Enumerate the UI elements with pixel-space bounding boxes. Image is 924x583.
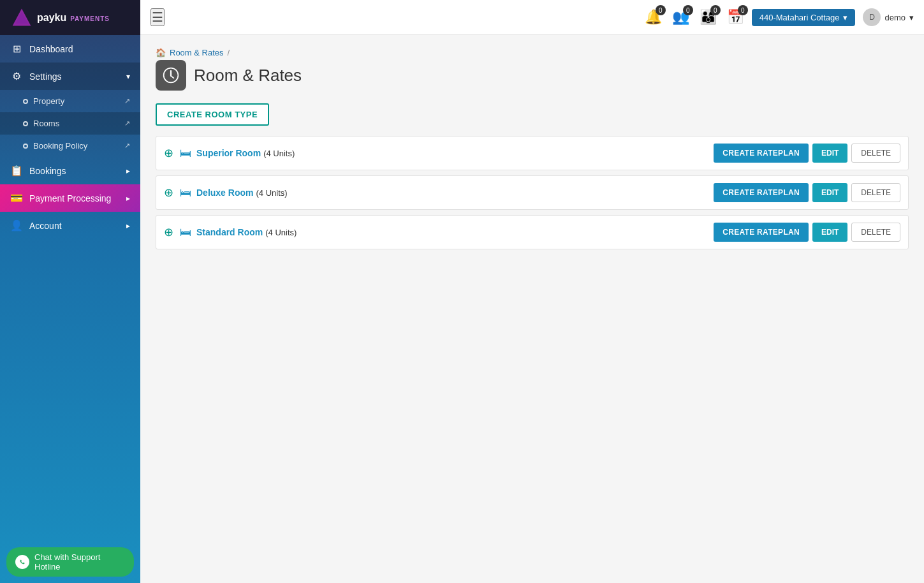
sidebar-item-payment-processing[interactable]: 💳 Payment Processing ▸ [0,184,140,212]
logo-text: payku [37,12,66,23]
sidebar-item-label: Booking Policy [33,141,87,151]
room-units: (4 Units) [263,149,295,158]
edit-button[interactable]: EDIT [812,223,847,242]
user-name: demo [884,13,906,22]
user-menu[interactable]: D demo ▾ [863,8,914,26]
breadcrumb-icon: 🏠 [156,48,166,57]
external-link-icon: ↗ [124,97,130,105]
payment-arrow: ▸ [126,194,130,203]
chat-support-label: Chat with Support Hotline [34,552,125,572]
calendar-badge: 0 [738,5,748,15]
create-room-type-button[interactable]: CREATE ROOM TYPE [156,103,269,126]
sidebar-item-label: Settings [29,71,62,82]
table-row: ⊕ 🛏 Superior Room (4 Units) CREATE RATEP… [156,136,909,170]
sidebar-item-label: Dashboard [29,44,73,54]
settings-icon: ⚙ [10,70,23,82]
external-link-icon: ↗ [124,119,130,128]
group-icon-btn[interactable]: 👨‍👩‍👦 0 [700,9,717,26]
expand-button[interactable]: ⊕ [164,147,173,159]
sidebar-item-label: Payment Processing [29,193,111,203]
chat-support-button[interactable]: Chat with Support Hotline [6,547,134,577]
create-rateplan-button[interactable]: CREATE RATEPLAN [714,183,809,202]
page-icon [156,60,186,91]
edit-button[interactable]: EDIT [812,144,847,163]
logo: payku PAYMENTS [0,0,140,35]
create-rateplan-button[interactable]: CREATE RATEPLAN [714,223,809,242]
sidebar-item-property[interactable]: Property ↗ [0,90,140,112]
account-arrow: ▸ [126,221,130,230]
sidebar-nav: ⊞ Dashboard ⚙ Settings ▾ Property ↗ Room… [0,35,140,583]
page-header: Room & Rates [156,60,909,91]
whatsapp-icon [15,555,29,569]
dashboard-icon: ⊞ [10,43,23,55]
sidebar-item-label: Bookings [29,166,66,176]
page-title: Room & Rates [194,66,302,85]
bell-badge: 0 [656,5,666,15]
logo-icon [10,6,33,29]
expand-button[interactable]: ⊕ [164,226,173,238]
rooms-list: ⊕ 🛏 Superior Room (4 Units) CREATE RATEP… [156,136,909,249]
sidebar-item-label: Property [33,96,64,106]
delete-button[interactable]: DELETE [851,223,900,242]
property-dropdown-icon: ▾ [843,13,847,22]
room-units: (4 Units) [256,188,287,198]
people-badge: 0 [683,5,693,15]
logo-sub: PAYMENTS [70,15,110,22]
create-rateplan-button[interactable]: CREATE RATEPLAN [714,144,809,163]
delete-button[interactable]: DELETE [851,183,900,202]
room-name: Deluxe Room [196,188,253,198]
breadcrumb: 🏠 Room & Rates / [156,48,909,57]
sidebar-item-account[interactable]: 👤 Account ▸ [0,212,140,239]
row-actions: CREATE RATEPLAN EDIT DELETE [714,223,900,242]
main-content: ☰ 🔔 0 👥 0 👨‍👩‍👦 0 📅 0 [140,0,924,583]
breadcrumb-separator: / [228,48,230,57]
room-name: Superior Room [196,148,261,158]
row-actions: CREATE RATEPLAN EDIT DELETE [714,144,900,163]
booking-policy-circle-icon [23,144,28,149]
group-badge: 0 [710,5,721,15]
page-content: 🏠 Room & Rates / Room & Rates CREATE ROO… [140,35,924,583]
edit-button[interactable]: EDIT [812,183,847,202]
delete-button[interactable]: DELETE [851,144,900,163]
settings-arrow: ▾ [126,72,130,81]
breadcrumb-parent[interactable]: Room & Rates [170,48,224,57]
hamburger-button[interactable]: ☰ [150,8,165,26]
sidebar-item-label: Rooms [33,119,59,128]
topbar: ☰ 🔔 0 👥 0 👨‍👩‍👦 0 📅 0 [140,0,924,35]
calendar-icon-btn[interactable]: 📅 0 [727,9,744,26]
bed-icon: 🛏 [180,147,191,160]
property-circle-icon [23,99,28,104]
sidebar-item-label: Account [29,221,62,231]
sidebar-item-bookings[interactable]: 📋 Bookings ▸ [0,157,140,184]
property-name: 440-Matahari Cottage [759,13,840,22]
sidebar-item-dashboard[interactable]: ⊞ Dashboard [0,35,140,63]
notification-bell[interactable]: 🔔 0 [645,9,662,26]
row-actions: CREATE RATEPLAN EDIT DELETE [714,183,900,202]
svg-line-4 [171,76,173,78]
table-row: ⊕ 🛏 Standard Room (4 Units) CREATE RATEP… [156,215,909,249]
topbar-icons: 🔔 0 👥 0 👨‍👩‍👦 0 📅 0 [645,9,744,26]
user-avatar: D [863,8,881,26]
payment-icon: 💳 [10,192,23,204]
expand-button[interactable]: ⊕ [164,187,173,198]
sidebar-item-settings[interactable]: ⚙ Settings ▾ [0,63,140,90]
room-units: (4 Units) [265,228,297,237]
room-name: Standard Room [196,227,263,237]
bookings-arrow: ▸ [126,166,130,175]
account-icon: 👤 [10,219,23,232]
rooms-circle-icon [23,121,28,126]
sidebar-item-rooms[interactable]: Rooms ↗ [0,112,140,135]
property-selector[interactable]: 440-Matahari Cottage ▾ [752,9,856,26]
bookings-icon: 📋 [10,165,23,177]
sidebar-item-booking-policy[interactable]: Booking Policy ↗ [0,135,140,157]
bed-icon: 🛏 [180,186,191,200]
table-row: ⊕ 🛏 Deluxe Room (4 Units) CREATE RATEPLA… [156,175,909,210]
external-link-icon: ↗ [124,142,130,150]
sidebar: payku PAYMENTS ⊞ Dashboard ⚙ Settings ▾ … [0,0,140,583]
bed-icon: 🛏 [180,226,191,239]
people-icon-btn[interactable]: 👥 0 [672,9,689,26]
user-dropdown-icon: ▾ [909,13,914,22]
